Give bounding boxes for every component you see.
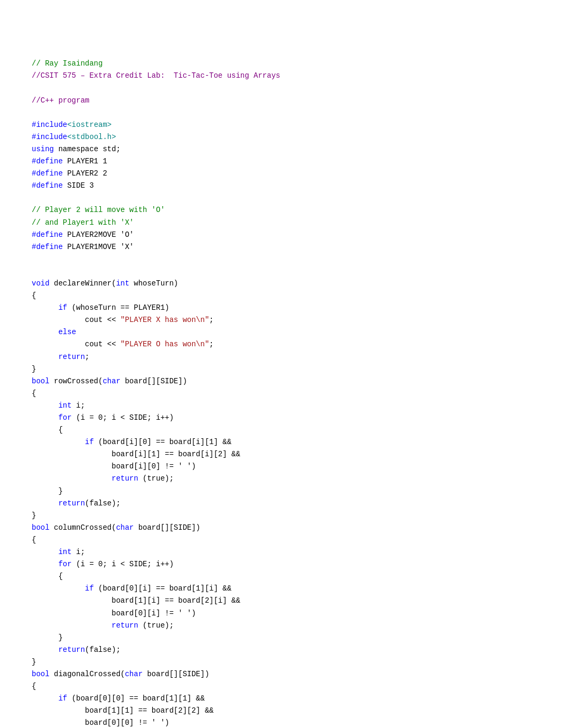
code-span bbox=[32, 621, 111, 630]
code-span bbox=[32, 560, 58, 568]
code-span: board[i][0] != ' ') bbox=[32, 462, 196, 471]
code-span: declareWinner( bbox=[50, 279, 116, 288]
code-span: return bbox=[111, 621, 138, 630]
code-span: board[0][0] != ' ') bbox=[32, 718, 169, 727]
code-span: for bbox=[58, 560, 71, 568]
code-span: board[0][i] != ' ') bbox=[32, 609, 196, 618]
code-container: // Ray Isaindang //CSIT 575 – Extra Cred… bbox=[32, 21, 529, 728]
code-span bbox=[32, 353, 58, 361]
code-span bbox=[32, 438, 85, 446]
code-span: "PLAYER O has won\n" bbox=[120, 340, 209, 348]
code-span: int bbox=[58, 401, 71, 410]
code-span: char bbox=[116, 523, 134, 532]
code-span: (i = 0; i < SIDE; i++) bbox=[72, 413, 174, 422]
code-span: ; bbox=[85, 353, 89, 361]
code-span bbox=[32, 694, 58, 703]
code-span: cout << bbox=[32, 316, 120, 324]
code-span: ; bbox=[209, 316, 213, 324]
code-span: bool bbox=[32, 523, 50, 532]
code-span: } bbox=[32, 658, 36, 666]
code-span: columnCrossed( bbox=[50, 523, 116, 532]
code-span bbox=[32, 584, 85, 593]
code-span: { bbox=[32, 426, 63, 434]
code-span bbox=[32, 413, 58, 422]
code-span: void bbox=[32, 279, 50, 288]
code-span: i; bbox=[72, 401, 85, 410]
code-span: if bbox=[58, 694, 67, 703]
code-span: (i = 0; i < SIDE; i++) bbox=[72, 560, 174, 568]
code-span: { bbox=[32, 291, 36, 300]
code-span: <iostream> bbox=[67, 121, 111, 129]
code-span: (true); bbox=[138, 621, 174, 630]
code-span: //C++ program bbox=[32, 96, 89, 105]
code-span: // Ray Isaindang bbox=[32, 59, 102, 68]
code-span: (board[0][i] == board[1][i] && bbox=[94, 584, 231, 593]
code-span: { bbox=[32, 572, 63, 580]
code-span: return bbox=[58, 353, 85, 361]
code-span: } bbox=[32, 511, 36, 520]
code-span: #include bbox=[32, 133, 67, 141]
code-span: board[1][i] == board[2][i] && bbox=[32, 596, 240, 605]
code-span: board[][SIDE]) bbox=[134, 523, 200, 532]
code-span: (whoseTurn == PLAYER1) bbox=[67, 303, 169, 312]
code-span: (board[0][0] == board[1][1] && bbox=[67, 694, 204, 703]
code-span: for bbox=[58, 413, 71, 422]
code-span: //CSIT 575 – Extra Credit Lab: Tic-Tac-T… bbox=[32, 71, 280, 80]
code-span: PLAYER1 1 bbox=[63, 157, 107, 165]
code-span: #define bbox=[32, 243, 63, 251]
code-span: "PLAYER X has won\n" bbox=[120, 316, 209, 324]
code-span: #define bbox=[32, 181, 63, 190]
code-span: diagonalCrossed( bbox=[50, 670, 125, 678]
code-span: char bbox=[102, 377, 120, 385]
code-span bbox=[32, 548, 58, 556]
code-span: PLAYER1MOVE 'X' bbox=[63, 243, 134, 251]
code-span: { bbox=[32, 682, 36, 690]
code-span: rowCrossed( bbox=[50, 377, 103, 385]
code-span: (true); bbox=[138, 474, 174, 483]
code-span: return bbox=[111, 474, 138, 483]
code-span: #include bbox=[32, 121, 67, 129]
code-span: PLAYER2 2 bbox=[63, 169, 107, 178]
code-span: i; bbox=[72, 548, 85, 556]
code-span: (false); bbox=[85, 499, 120, 508]
code-span bbox=[32, 401, 58, 410]
code-span: (false); bbox=[85, 646, 120, 654]
code-span: { bbox=[32, 389, 36, 398]
code-span: return bbox=[58, 646, 85, 654]
code-span: if bbox=[85, 584, 94, 593]
code-span: int bbox=[58, 548, 71, 556]
code-span: char bbox=[125, 670, 143, 678]
code-span: #define bbox=[32, 169, 63, 178]
code-span: else bbox=[58, 328, 76, 336]
code-span: return bbox=[58, 499, 85, 508]
code-span: } bbox=[32, 365, 36, 373]
code-span bbox=[32, 646, 58, 654]
code-span: // and Player1 with 'X' bbox=[32, 218, 134, 227]
code-span: if bbox=[85, 438, 94, 446]
code-span: board[1][1] == board[2][2] && bbox=[32, 706, 213, 715]
code-span: board[][SIDE]) bbox=[143, 670, 209, 678]
code-span: { bbox=[32, 536, 36, 544]
code-span: ; bbox=[209, 340, 213, 348]
code-span bbox=[32, 474, 111, 483]
code-span: namespace std; bbox=[54, 145, 120, 153]
code-span bbox=[32, 499, 58, 508]
code-span: SIDE 3 bbox=[63, 181, 94, 190]
code-span: bool bbox=[32, 670, 50, 678]
code-span: cout << bbox=[32, 340, 120, 348]
code-span: board[][SIDE]) bbox=[120, 377, 187, 385]
code-span: int bbox=[116, 279, 129, 288]
code-span: <stdbool.h> bbox=[67, 133, 116, 141]
code-span: whoseTurn) bbox=[129, 279, 178, 288]
code-span: PLAYER2MOVE 'O' bbox=[63, 231, 134, 239]
code-span bbox=[32, 328, 58, 336]
code-span: if bbox=[58, 303, 67, 312]
code-span: bool bbox=[32, 377, 50, 385]
code-span: } bbox=[32, 487, 63, 495]
code-span: #define bbox=[32, 231, 63, 239]
code-span: using bbox=[32, 145, 54, 153]
code-span: #define bbox=[32, 157, 63, 165]
code-span: board[i][1] == board[i][2] && bbox=[32, 450, 240, 458]
code-span: (board[i][0] == board[i][1] && bbox=[94, 438, 231, 446]
code-span: } bbox=[32, 633, 63, 642]
